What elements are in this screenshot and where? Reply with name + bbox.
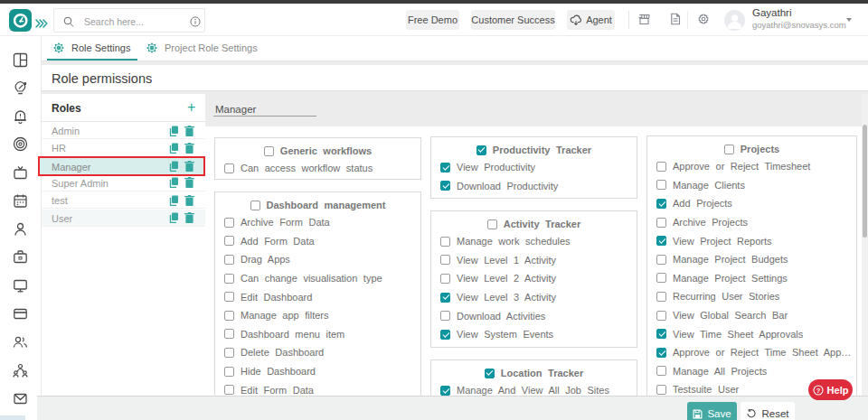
svg-text:?: ? (816, 386, 820, 394)
